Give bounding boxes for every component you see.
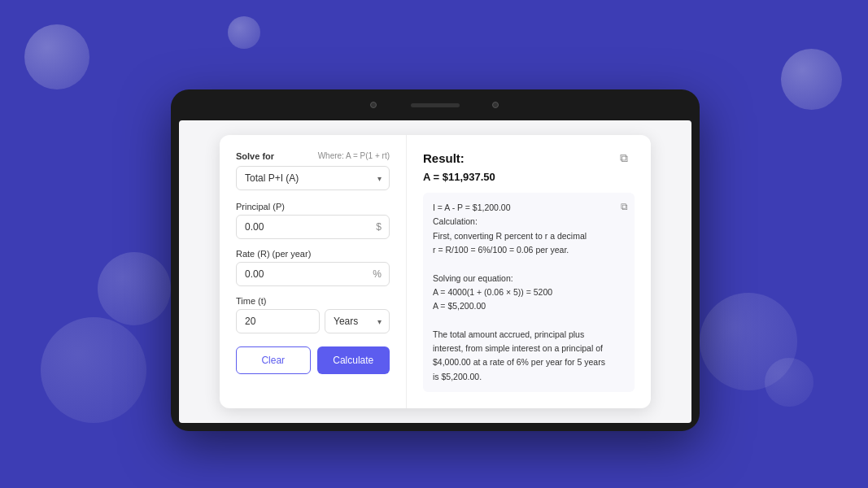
result-line12: $4,000.00 at a rate of 6% per year for 5… xyxy=(433,357,605,367)
principal-suffix: $ xyxy=(376,221,382,233)
copy-detail-icon[interactable]: ⧉ xyxy=(621,199,628,215)
bg-bubble-6 xyxy=(700,293,797,390)
bg-bubble-3 xyxy=(41,317,146,423)
solve-for-formula: Where: A = P(1 + rt) xyxy=(318,151,390,160)
time-input[interactable] xyxy=(236,309,320,333)
principal-field-group: Principal (P) $ xyxy=(236,202,390,239)
rate-field-group: Rate (R) (per year) % xyxy=(236,249,390,286)
time-label: Time (t) xyxy=(236,296,390,306)
result-header: Result: ⧉ xyxy=(423,151,635,166)
result-line4: r = R/100 = 6%/100 = 0.06 per year. xyxy=(433,245,569,255)
principal-label: Principal (P) xyxy=(236,202,390,211)
clear-button[interactable]: Clear xyxy=(236,346,311,374)
calc-right-panel: Result: ⧉ A = $11,937.50 ⧉ I = A - P = $… xyxy=(407,135,651,408)
result-detail-box: ⧉ I = A - P = $1,200.00 Calculation: Fir… xyxy=(423,193,635,392)
bg-bubble-2 xyxy=(228,16,260,49)
result-line11: interest, from simple interest on a prin… xyxy=(433,343,603,353)
tablet-frame: Solve for Where: A = P(1 + rt) Total P+I… xyxy=(171,89,700,431)
rate-label: Rate (R) (per year) xyxy=(236,249,390,259)
bg-bubble-1 xyxy=(24,24,89,89)
result-line7: A = 4000(1 + (0.06 × 5)) = 5200 xyxy=(433,287,552,297)
time-field-group: Time (t) Years Months ▾ xyxy=(236,296,390,333)
tablet-camera xyxy=(370,102,377,108)
bg-bubble-5 xyxy=(781,49,842,110)
calculator-card: Solve for Where: A = P(1 + rt) Total P+I… xyxy=(220,135,651,408)
bg-bubble-7 xyxy=(765,358,813,407)
button-row: Clear Calculate xyxy=(236,346,390,374)
tablet-top-bar xyxy=(171,89,700,120)
result-title: Result: xyxy=(423,151,465,165)
rate-input[interactable] xyxy=(236,262,390,286)
tablet-screen: Solve for Where: A = P(1 + rt) Total P+I… xyxy=(179,120,691,423)
solve-for-select[interactable]: Total P+I (A) Principal (P) Rate (R) Tim… xyxy=(236,166,390,190)
result-detail-text: I = A - P = $1,200.00 Calculation: First… xyxy=(433,201,625,384)
solve-for-header: Solve for Where: A = P(1 + rt) xyxy=(236,151,390,161)
calculate-button[interactable]: Calculate xyxy=(317,346,390,374)
tablet-speaker xyxy=(411,103,460,107)
principal-input-wrapper: $ xyxy=(236,215,390,239)
result-line1: I = A - P = $1,200.00 xyxy=(433,203,511,212)
result-line10: The total amount accrued, principal plus xyxy=(433,329,584,339)
time-input-row: Years Months ▾ xyxy=(236,309,390,333)
calc-left-panel: Solve for Where: A = P(1 + rt) Total P+I… xyxy=(220,135,407,408)
tablet-mic xyxy=(492,102,499,108)
time-unit-select-wrapper: Years Months ▾ xyxy=(325,309,390,333)
solve-for-select-wrapper: Total P+I (A) Principal (P) Rate (R) Tim… xyxy=(236,166,390,190)
result-line6: Solving our equation: xyxy=(433,273,513,283)
result-line3: First, converting R percent to r a decim… xyxy=(433,231,587,241)
result-line8: A = $5,200.00 xyxy=(433,301,486,311)
result-line13: is $5,200.00. xyxy=(433,372,482,381)
bg-bubble-4 xyxy=(98,252,171,325)
principal-input[interactable] xyxy=(236,215,390,239)
rate-suffix: % xyxy=(373,268,382,280)
rate-input-wrapper: % xyxy=(236,262,390,286)
time-input-wrapper xyxy=(236,309,320,333)
result-value: A = $11,937.50 xyxy=(423,171,635,183)
time-unit-select[interactable]: Years Months xyxy=(325,309,390,333)
solve-for-label: Solve for xyxy=(236,151,274,161)
copy-result-icon[interactable]: ⧉ xyxy=(620,151,635,166)
result-line2: Calculation: xyxy=(433,216,478,226)
